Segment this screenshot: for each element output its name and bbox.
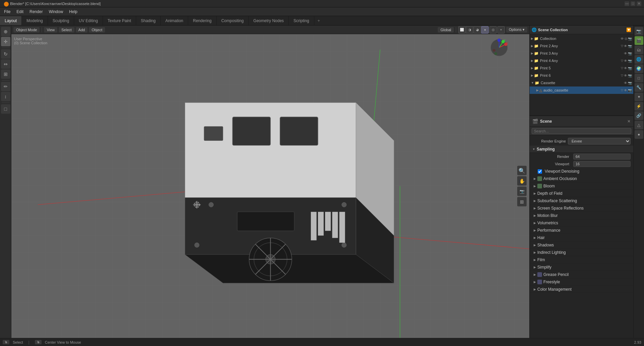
depth-of-field-section[interactable]: ▶ Depth of Field <box>530 190 633 197</box>
prop-tab-render[interactable]: 📷 <box>635 27 643 36</box>
gizmo-toggle[interactable]: ⌖ <box>497 26 505 34</box>
prop-tab-modifier[interactable]: 🔧 <box>635 83 643 92</box>
viewport[interactable]: Object Mode View Select Add Object Globa… <box>11 25 529 338</box>
print5-eye[interactable]: 👁 <box>624 66 627 70</box>
isometric-button[interactable]: ⊞ <box>517 197 527 207</box>
zoom-in-button[interactable]: 🔍 <box>517 166 527 175</box>
prop-tab-material[interactable]: ● <box>635 130 643 139</box>
audio-cassette-eye[interactable]: 👁 <box>624 89 627 92</box>
print4-render[interactable]: 📷 <box>628 59 632 63</box>
tab-shading[interactable]: Shading <box>136 16 161 25</box>
outliner-item-print5[interactable]: ▶ 📁 Print 5 ▽ 👁 📷 <box>530 64 633 72</box>
print6-eye[interactable]: 👁 <box>624 74 627 77</box>
properties-search-input[interactable] <box>532 128 631 134</box>
outliner-item-print4[interactable]: ▶ 📁 Print 4 Any ▽ 👁 📷 <box>530 57 633 64</box>
add-workspace-button[interactable]: + <box>314 16 323 25</box>
view-menu[interactable]: View <box>44 27 57 33</box>
move-tool[interactable]: ✛ <box>1 37 10 46</box>
prop-tab-particles[interactable]: ✦ <box>635 93 643 101</box>
bloom-section[interactable]: ▶ Bloom <box>530 182 633 190</box>
annotate-tool[interactable]: ✏ <box>1 82 10 91</box>
collection-cursor[interactable]: ⊙ <box>625 37 627 41</box>
prop-tab-physics[interactable]: ⚡ <box>635 102 643 111</box>
film-section[interactable]: ▶ Film <box>530 256 633 264</box>
outliner-item-collection[interactable]: ▶ 📁 Collection 👁 ⊙ 📷 <box>530 35 633 42</box>
outliner-filter-icon[interactable]: 🔽 <box>626 27 631 32</box>
tab-compositing[interactable]: Compositing <box>217 16 249 25</box>
collection-eye[interactable]: 👁 <box>621 37 624 41</box>
color-management-section[interactable]: ▶ Color Management <box>530 286 633 293</box>
outliner-item-cassette[interactable]: ▼ 📁 Cassette 👁 📷 <box>530 79 633 86</box>
shadows-section[interactable]: ▶ Shadows <box>530 241 633 249</box>
subsurface-scattering-section[interactable]: ▶ Subsurface Scattering <box>530 197 633 205</box>
object-menu[interactable]: Object <box>89 27 105 33</box>
render-engine-select[interactable]: Eevee Cycles Workbench <box>568 138 631 145</box>
select-menu[interactable]: Select <box>59 27 74 33</box>
tab-texture-paint[interactable]: Texture Paint <box>103 16 136 25</box>
maximize-button[interactable]: □ <box>631 1 635 6</box>
print4-eye[interactable]: 👁 <box>624 59 627 63</box>
cassette-eye[interactable]: 👁 <box>624 81 627 85</box>
freestyle-section[interactable]: ▶ Freestyle <box>530 278 633 286</box>
outliner-item-print3[interactable]: ▶ 📁 Print 3 Any 👁 📷 <box>530 50 633 57</box>
camera-button[interactable]: 📷 <box>517 187 527 196</box>
measure-tool[interactable]: ↕ <box>1 92 10 101</box>
options-button[interactable]: Options ▾ <box>506 27 527 33</box>
close-button[interactable]: ✕ <box>637 1 641 6</box>
prop-tab-view-layer[interactable]: 🗂 <box>635 46 643 54</box>
ssr-section[interactable]: ▶ Screen Space Reflections <box>530 205 633 212</box>
prop-tab-object-data[interactable]: △ <box>635 121 643 129</box>
viewport-samples-value[interactable]: 16 <box>573 161 631 167</box>
prop-tab-constraints[interactable]: 🔗 <box>635 111 643 120</box>
menu-file[interactable]: File <box>1 9 13 15</box>
print3-render[interactable]: 📷 <box>628 52 632 55</box>
tab-rendering[interactable]: Rendering <box>188 16 216 25</box>
prop-tab-object[interactable]: □ <box>635 74 643 82</box>
tab-scripting[interactable]: Scripting <box>289 16 314 25</box>
prop-tab-scene[interactable]: 🌐 <box>635 55 643 64</box>
solid-shading[interactable]: ◑ <box>466 26 473 34</box>
outliner-item-print6[interactable]: ▶ 📁 Print 6 ▽ 👁 📷 <box>530 72 633 79</box>
properties-close-button[interactable]: ✕ <box>627 119 631 124</box>
axis-gizmo[interactable]: X Y <box>489 38 509 58</box>
hair-section[interactable]: ▶ Hair <box>530 234 633 241</box>
prop-tab-world[interactable]: 🌍 <box>635 64 643 73</box>
indirect-lighting-section[interactable]: ▶ Indirect Lighting <box>530 249 633 256</box>
volumetrics-section[interactable]: ▶ Volumetrics <box>530 219 633 227</box>
transform-space[interactable]: Global <box>438 27 454 33</box>
print2-render[interactable]: 📷 <box>628 44 632 48</box>
outliner-item-print2[interactable]: ▶ 📁 Print 2 Any ▽ 👁 📷 <box>530 42 633 50</box>
cassette-render[interactable]: 📷 <box>628 81 632 85</box>
transform-tool[interactable]: ⊞ <box>1 69 10 79</box>
menu-edit[interactable]: Edit <box>14 9 26 15</box>
grease-pencil-section[interactable]: ▶ Grease Pencil <box>530 271 633 278</box>
tab-modeling[interactable]: Modeling <box>22 16 48 25</box>
viewport-denoising-checkbox[interactable] <box>538 169 542 174</box>
tab-layout[interactable]: Layout <box>0 16 22 25</box>
simplify-section[interactable]: ▶ Simplify <box>530 264 633 271</box>
collection-render[interactable]: 📷 <box>628 37 632 41</box>
render-samples-value[interactable]: 64 <box>573 154 631 160</box>
object-mode-dropdown[interactable]: Object Mode <box>13 27 40 33</box>
rotate-tool[interactable]: ↻ <box>1 49 10 59</box>
print2-eye[interactable]: 👁 <box>624 44 627 48</box>
scale-tool[interactable]: ⇔ <box>1 59 10 69</box>
cursor-tool[interactable]: ⊕ <box>1 27 10 36</box>
print3-eye[interactable]: 👁 <box>624 52 627 55</box>
tab-uv-editing[interactable]: UV Editing <box>74 16 103 25</box>
sampling-section-header[interactable]: ▼ Sampling <box>530 146 633 153</box>
motion-blur-section[interactable]: ▶ Motion Blur <box>530 212 633 219</box>
print6-render[interactable]: 📷 <box>628 74 632 77</box>
pan-button[interactable]: ✋ <box>517 176 527 186</box>
tab-geometry-nodes[interactable]: Geometry Nodes <box>249 16 289 25</box>
tab-animation[interactable]: Animation <box>161 16 188 25</box>
minimize-button[interactable]: — <box>625 1 629 6</box>
viewport-canvas[interactable]: User Perspective (0) Scene Collection X … <box>11 34 529 338</box>
tab-sculpting[interactable]: Sculpting <box>48 16 74 25</box>
add-menu[interactable]: Add <box>76 27 88 33</box>
material-shading[interactable]: ◕ <box>474 26 481 34</box>
performance-section[interactable]: ▶ Performance <box>530 227 633 234</box>
rendered-shading[interactable]: ● <box>481 26 489 34</box>
outliner-item-audio-cassette[interactable]: ▶ △ audio_cassette ▽ 👁 📷 <box>530 86 633 94</box>
prop-tab-output[interactable]: 🎬 <box>635 36 643 45</box>
